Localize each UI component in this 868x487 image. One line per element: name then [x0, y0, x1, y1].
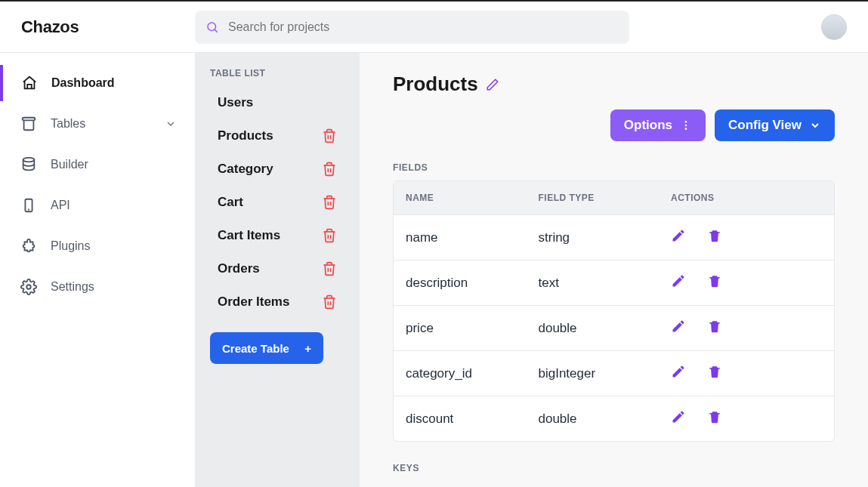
field-type: text [539, 276, 672, 291]
chevron-down-icon [809, 119, 821, 131]
edit-icon[interactable] [671, 228, 686, 247]
search-wrap [195, 11, 629, 44]
main-panel: Products Options Config View FIELDS NAME… [360, 53, 868, 487]
table-list-item-label: Category [218, 162, 273, 177]
trash-icon[interactable] [707, 319, 722, 338]
options-label: Options [624, 118, 672, 133]
svg-rect-9 [709, 232, 719, 233]
action-row: Options Config View [393, 109, 835, 141]
field-name: discount [406, 411, 539, 427]
svg-rect-13 [709, 413, 719, 415]
fields-table: NAME FIELD TYPE ACTIONS namestringdescri… [393, 180, 835, 442]
keys-heading: KEYS [393, 463, 835, 473]
table-list-item[interactable]: Cart [210, 186, 344, 219]
title-row: Products [393, 72, 835, 96]
trash-icon[interactable] [322, 162, 337, 177]
field-actions [671, 409, 822, 428]
edit-title-icon[interactable] [486, 78, 499, 91]
app-header: Chazos [0, 2, 868, 53]
dots-vertical-icon [680, 119, 692, 131]
table-list-item-label: Cart [218, 195, 243, 210]
fields-table-header: NAME FIELD TYPE ACTIONS [394, 181, 834, 214]
sidebar-item-plugins[interactable]: Plugins [0, 228, 195, 264]
config-view-button[interactable]: Config View [715, 109, 835, 141]
field-name: description [406, 276, 539, 291]
field-type: string [539, 230, 672, 245]
table-list-item-label: Order Items [218, 294, 289, 310]
trash-icon[interactable] [322, 294, 337, 310]
sidebar-item-label: Plugins [51, 239, 90, 253]
chevron-down-icon [165, 118, 177, 130]
trash-icon[interactable] [322, 195, 337, 210]
search-icon [205, 20, 219, 34]
create-table-button[interactable]: Create Table + [210, 332, 323, 364]
edit-icon[interactable] [671, 409, 686, 428]
sidebar-item-dashboard[interactable]: Dashboard [0, 65, 195, 101]
search-box[interactable] [195, 11, 629, 44]
col-actions: ACTIONS [671, 193, 822, 203]
home-icon [21, 75, 38, 91]
field-actions [671, 319, 822, 338]
edit-icon[interactable] [671, 364, 686, 383]
field-row: discountdouble [394, 396, 834, 441]
table-list-item[interactable]: Order Items [210, 285, 344, 319]
col-name: NAME [406, 193, 539, 203]
table-list-item[interactable]: Users [210, 86, 344, 119]
field-row: descriptiontext [394, 260, 834, 305]
sidebar-item-label: Builder [51, 158, 88, 171]
sidebar-item-label: Dashboard [51, 76, 115, 90]
avatar[interactable] [821, 14, 847, 40]
app-logo: Chazos [21, 17, 195, 37]
edit-icon[interactable] [671, 273, 686, 292]
field-row: namestring [394, 214, 834, 260]
search-input[interactable] [228, 20, 619, 34]
trash-icon[interactable] [707, 409, 722, 428]
svg-rect-10 [709, 277, 719, 279]
fields-heading: FIELDS [393, 162, 835, 173]
sidebar-item-api[interactable]: API [0, 187, 195, 223]
trash-icon[interactable] [322, 228, 337, 243]
svg-rect-11 [709, 322, 719, 324]
trash-icon[interactable] [707, 273, 722, 292]
stack-icon [20, 116, 37, 132]
table-list-item[interactable]: Products [210, 119, 344, 153]
sidebar-item-builder[interactable]: Builder [0, 146, 195, 183]
field-row: category_idbigInteger [394, 350, 834, 396]
sidebar-item-tables[interactable]: Tables [0, 106, 195, 142]
table-list-item[interactable]: Cart Items [210, 219, 344, 252]
sidebar-item-label: Settings [51, 280, 94, 294]
config-view-label: Config View [728, 118, 802, 133]
sidebar-item-settings[interactable]: Settings [0, 269, 195, 305]
trash-icon[interactable] [707, 228, 722, 247]
svg-line-1 [215, 29, 217, 32]
field-row: pricedouble [394, 305, 834, 350]
col-type: FIELD TYPE [539, 193, 672, 203]
table-list-item-label: Users [218, 95, 253, 110]
field-name: price [406, 321, 539, 336]
trash-icon[interactable] [322, 128, 337, 143]
svg-point-7 [685, 125, 687, 127]
table-list-item[interactable]: Category [210, 153, 344, 186]
device-icon [20, 197, 37, 214]
field-type: double [539, 411, 672, 427]
field-actions [671, 273, 822, 292]
puzzle-icon [20, 238, 37, 254]
svg-point-6 [685, 121, 687, 123]
edit-icon[interactable] [671, 319, 686, 338]
table-list-item-label: Products [218, 128, 273, 143]
table-list-heading: TABLE LIST [210, 68, 344, 79]
table-list-item[interactable]: Orders [210, 252, 344, 285]
sidebar: Dashboard Tables Builder API Plugins Set… [0, 53, 195, 487]
trash-icon[interactable] [707, 364, 722, 383]
svg-point-2 [23, 158, 35, 162]
table-list-item-label: Cart Items [218, 228, 280, 243]
trash-icon[interactable] [322, 261, 337, 276]
options-button[interactable]: Options [610, 109, 706, 141]
svg-point-0 [208, 23, 216, 31]
table-list-panel: TABLE LIST UsersProductsCategoryCart Car… [195, 53, 360, 487]
field-name: category_id [406, 366, 539, 381]
field-type: bigInteger [539, 366, 672, 381]
field-name: name [406, 230, 539, 245]
table-list-item-label: Orders [218, 261, 260, 276]
plus-icon: + [304, 342, 311, 355]
